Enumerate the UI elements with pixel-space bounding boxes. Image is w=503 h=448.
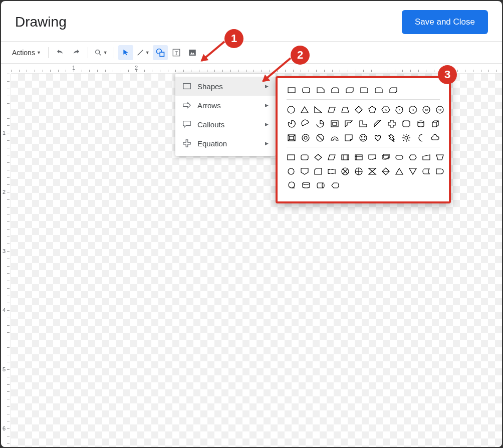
shape-l-shape[interactable]: [358, 119, 368, 129]
shape-flow-stored-data[interactable]: [422, 166, 431, 176]
shape-flow-direct-access[interactable]: [316, 180, 326, 190]
shape-flow-internal-storage[interactable]: [354, 152, 363, 162]
shape-dodecagon-12[interactable]: 12: [435, 105, 444, 115]
shape-octagon-8[interactable]: 8: [408, 105, 417, 115]
shape-flow-card[interactable]: [314, 166, 323, 176]
shape-round-top-rect[interactable]: [374, 85, 384, 95]
flow-card-icon: [314, 167, 323, 176]
shape-decagon-10[interactable]: 10: [422, 105, 431, 115]
shape-heart[interactable]: [373, 133, 383, 143]
shape-cloud[interactable]: [430, 133, 440, 143]
shape-moon[interactable]: [416, 133, 426, 143]
select-tool-button[interactable]: [118, 45, 133, 60]
moon-icon: [416, 133, 425, 142]
shape-flow-manual-op[interactable]: [435, 152, 444, 162]
zoom-button[interactable]: ▼: [92, 45, 110, 60]
flow-manual-input-icon: [422, 153, 431, 162]
shape-round-rect[interactable]: [301, 85, 311, 95]
shape-flow-process[interactable]: [287, 152, 296, 162]
snip-top-rect-icon: [331, 86, 340, 95]
shape-bevel[interactable]: [287, 133, 297, 143]
shape-teardrop[interactable]: [315, 119, 325, 129]
shape-half-frame[interactable]: [344, 119, 354, 129]
shape-chord[interactable]: [301, 119, 311, 129]
actions-menu-button[interactable]: Actions▼: [9, 45, 44, 60]
shape-flow-or[interactable]: [354, 166, 363, 176]
shape-tool-button[interactable]: [153, 45, 168, 60]
shape-diamond[interactable]: [354, 105, 363, 115]
shape-frame[interactable]: [330, 119, 340, 129]
shape-single-snip-rect[interactable]: [316, 85, 326, 95]
shape-flow-offpage[interactable]: [300, 166, 309, 176]
save-and-close-button[interactable]: Save and Close: [402, 10, 488, 34]
shape-flow-alt-process[interactable]: [300, 152, 309, 162]
shape-cube[interactable]: [430, 119, 440, 129]
shape-flow-predefined[interactable]: [341, 152, 350, 162]
shape-flow-sort[interactable]: [381, 166, 390, 176]
svg-rect-49: [355, 155, 362, 160]
menu-item-equation[interactable]: Equation ▶: [175, 134, 276, 153]
shape-flow-preparation[interactable]: [408, 152, 417, 162]
shape-flow-merge[interactable]: [408, 166, 417, 176]
shape-oval[interactable]: [287, 105, 296, 115]
shape-diag-stripe[interactable]: [373, 119, 383, 129]
svg-text:T: T: [175, 50, 178, 55]
shape-sun[interactable]: [401, 133, 411, 143]
shape-trapezoid[interactable]: [341, 105, 350, 115]
shape-block-arc[interactable]: [330, 133, 340, 143]
shape-flow-tape[interactable]: [327, 166, 336, 176]
shape-donut[interactable]: [301, 133, 311, 143]
shape-flow-summing[interactable]: [341, 166, 350, 176]
shape-rectangle[interactable]: [287, 85, 297, 95]
shape-no-symbol[interactable]: [315, 133, 325, 143]
flow-offpage-icon: [300, 167, 309, 176]
shape-flow-delay[interactable]: [435, 166, 444, 176]
textbox-tool-button[interactable]: T: [169, 45, 184, 60]
shape-can[interactable]: [416, 119, 426, 129]
menu-item-arrows[interactable]: Arrows ▶: [175, 96, 276, 115]
shape-snip-top-rect[interactable]: [330, 85, 340, 95]
shape-folded-corner[interactable]: [344, 133, 354, 143]
shape-flow-connector[interactable]: [287, 166, 296, 176]
shape-hexagon-6[interactable]: 6: [381, 105, 390, 115]
undo-button[interactable]: [53, 45, 68, 60]
shape-flow-magnetic-disk[interactable]: [301, 180, 311, 190]
shape-right-triangle[interactable]: [314, 105, 323, 115]
shape-flow-manual-input[interactable]: [422, 152, 431, 162]
shape-flow-display[interactable]: [330, 180, 340, 190]
shape-lightning[interactable]: [387, 133, 397, 143]
shape-flow-seq-access[interactable]: [287, 180, 297, 190]
flow-extract-icon: [395, 167, 404, 176]
shape-flow-data[interactable]: [327, 152, 336, 162]
shape-pie[interactable]: [287, 119, 297, 129]
shape-flow-extract[interactable]: [395, 166, 404, 176]
shape-flow-multidoc[interactable]: [381, 152, 390, 162]
shape-pentagon[interactable]: [368, 105, 377, 115]
dodecagon-12-icon: 12: [435, 105, 444, 114]
shape-plaque[interactable]: [401, 119, 411, 129]
svg-point-62: [322, 183, 324, 188]
shape-round-single-rect[interactable]: [359, 85, 369, 95]
sun-icon: [402, 133, 411, 142]
svg-point-21: [418, 121, 424, 123]
svg-rect-45: [301, 155, 308, 160]
separator: [88, 47, 88, 58]
half-frame-icon: [344, 119, 353, 128]
shape-snip-diag-rect[interactable]: [345, 85, 355, 95]
shape-flow-collate[interactable]: [368, 166, 377, 176]
shape-flow-document[interactable]: [368, 152, 377, 162]
shape-flow-terminator[interactable]: [395, 152, 404, 162]
line-tool-button[interactable]: ▼: [134, 45, 152, 60]
shape-smiley[interactable]: [358, 133, 368, 143]
svg-line-2: [137, 50, 143, 55]
shape-parallelogram[interactable]: [327, 105, 336, 115]
shape-triangle[interactable]: [300, 105, 309, 115]
menu-item-callouts[interactable]: Callouts ▶: [175, 115, 276, 134]
image-tool-button[interactable]: [185, 45, 200, 60]
shape-flow-decision[interactable]: [314, 152, 323, 162]
shape-round-diag-rect[interactable]: [388, 85, 398, 95]
shape-cross[interactable]: [387, 119, 397, 129]
redo-button[interactable]: [69, 45, 84, 60]
svg-point-0: [96, 50, 100, 54]
shape-heptagon-7[interactable]: 7: [395, 105, 404, 115]
